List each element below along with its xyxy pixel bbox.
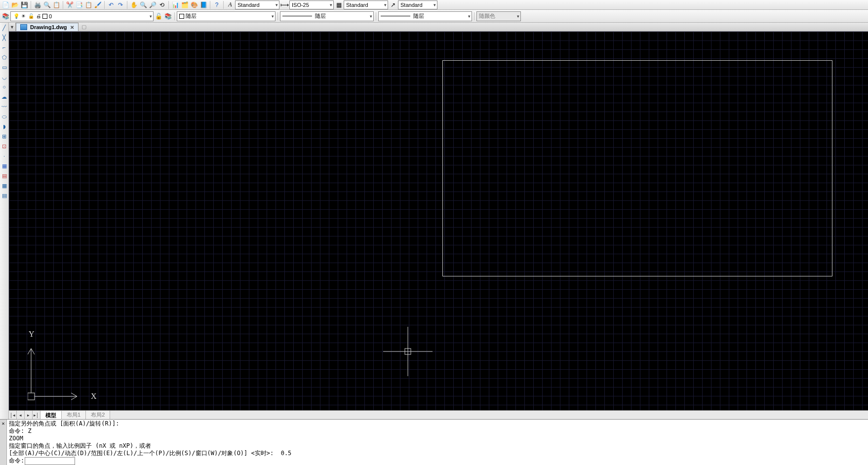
file-tab-active[interactable]: Drawing1.dwg ✕ [16,23,79,31]
tab-list-dropdown[interactable]: ▼ [9,23,16,31]
tablestyle-icon[interactable]: ▦ [334,0,343,9]
file-tab-label: Drawing1.dwg [30,24,67,30]
toolbar-file-row: 📄 📂 💾 🖨️ 🔍 📋 ✂️ 📑 📋 🖌️ ↶ ↷ ✋ 🔍 🔎 ⟲ 📊 🗂️ … [0,0,868,10]
layer-state-icon[interactable]: 📚 [163,12,172,21]
svg-rect-0 [28,393,35,400]
cmd-line-2: 命令: Z [9,427,32,434]
lineweight-value: 随层 [413,12,424,20]
layout-tabbar: │◂ ◂ ▸ ▸│ 模型 布局1 布局2 [9,410,868,419]
mleaderstyle-dropdown[interactable]: Standard [398,0,437,9]
linetype-dropdown[interactable]: 随层 [280,11,374,21]
toolbar-layer-row: 📚 💡 ☀ 🔓 🖨 0 🔓 📚 随层 随层 随层 随颜色 [0,10,868,23]
zoom-prev-icon[interactable]: ⟲ [158,0,166,9]
dimstyle-dropdown[interactable]: ISO-25 [289,0,334,9]
ucs-x-label: X [91,392,97,400]
mleaderstyle-icon[interactable]: ↗ [389,0,397,9]
document-tabbar: ▼ Drawing1.dwg ✕ ▢ [9,23,868,32]
sheetset-icon[interactable]: 📘 [199,0,208,9]
command-close-icon[interactable]: ✕ [0,420,7,465]
mleaderstyle-value: Standard [400,2,423,8]
polyline-tool-icon[interactable]: ⌐ [0,43,8,51]
lightbulb-icon: 💡 [13,13,19,19]
insert-tool-icon[interactable]: ⊞ [0,132,8,140]
zoom-realtime-icon[interactable]: 🔍 [139,0,148,9]
ellipsearc-tool-icon[interactable]: ◗ [0,122,8,130]
textstyle-value: Standard [237,2,260,8]
color-dropdown[interactable]: 随层 [177,11,276,21]
new-file-icon[interactable]: 📄 [1,0,10,9]
tab-layout2[interactable]: 布局2 [86,411,110,419]
print-preview-icon[interactable]: 🔍 [42,0,51,9]
layer-prev-icon[interactable]: 🔓 [154,12,163,21]
tab-layout2-label: 布局2 [91,411,105,419]
properties-icon[interactable]: 📊 [171,0,180,9]
rectangle-tool-icon[interactable]: ▭ [0,63,8,71]
hatch-tool-icon[interactable]: ▦ [0,162,8,170]
linetype-value: 随层 [315,12,326,20]
copy-icon[interactable]: 📑 [75,0,83,9]
region-tool-icon[interactable]: ▦ [0,182,8,190]
paste-icon[interactable]: 📋 [84,0,93,9]
dimstyle-icon[interactable]: ⟼ [280,0,289,9]
linetype-sample [282,16,312,16]
dimstyle-value: ISO-25 [292,2,309,8]
save-icon[interactable]: 💾 [20,0,29,9]
main-area: ╱ ╳ ⌐ ⬠ ▭ ◡ ○ ☁ 〰 ⬭ ◗ ⊞ ⊡ · ▦ ▤ ▦ ▤ ▼ Dr… [0,23,868,419]
undo-icon[interactable]: ↶ [107,0,116,9]
print-icon[interactable]: 🖨️ [33,0,42,9]
layerprops-icon[interactable]: 📚 [1,12,10,21]
tab-close-icon[interactable]: ✕ [70,25,74,30]
drawing-canvas[interactable]: X Y [9,32,868,410]
nav-prev-icon[interactable]: ◂ [17,411,25,419]
drawing-zone: ▼ Drawing1.dwg ✕ ▢ X Y [9,23,868,419]
tablestyle-dropdown[interactable]: Standard [344,0,388,9]
plotstyle-value: 随颜色 [479,12,495,20]
nav-first-icon[interactable]: │◂ [9,411,17,419]
command-input[interactable] [25,458,75,465]
lineweight-sample [381,16,410,16]
nav-last-icon[interactable]: ▸│ [33,411,40,419]
match-props-icon[interactable]: 🖌️ [93,0,102,9]
layer-dropdown[interactable]: 💡 ☀ 🔓 🖨 0 [10,11,154,21]
cmd-line-5: [全部(A)/中心(C)/动态(D)/范围(E)/左(L)/上一个(P)/比例(… [9,450,291,457]
tab-layout1[interactable]: 布局1 [62,411,86,419]
xline-tool-icon[interactable]: ╳ [0,34,8,41]
line-tool-icon[interactable]: ╱ [0,24,8,32]
block-tool-icon[interactable]: ⊡ [0,142,8,150]
table-tool-icon[interactable]: ▤ [0,192,8,199]
cmd-line-1: 指定另外的角点或 [面积(A)/旋转(R)]: [9,420,119,427]
revcloud-tool-icon[interactable]: ☁ [0,93,8,101]
plot-icon[interactable]: 📋 [52,0,61,9]
plotstyle-dropdown[interactable]: 随颜色 [476,11,521,21]
circle-tool-icon[interactable]: ○ [0,83,8,91]
layer-color-swatch [42,14,47,19]
zoom-window-icon[interactable]: 🔎 [148,0,157,9]
cmd-prompt: 命令: [9,457,24,465]
spline-tool-icon[interactable]: 〰 [0,103,8,111]
open-file-icon[interactable]: 📂 [10,0,19,9]
polygon-tool-icon[interactable]: ⬠ [0,53,8,61]
designcenter-icon[interactable]: 🗂️ [180,0,189,9]
tab-model[interactable]: 模型 [40,411,62,419]
textstyle-icon[interactable]: A [226,0,235,9]
ellipse-tool-icon[interactable]: ⬭ [0,113,8,120]
arc-tool-icon[interactable]: ◡ [0,73,8,81]
command-history: 指定另外的角点或 [面积(A)/旋转(R)]: 命令: Z ZOOM 指定窗口的… [7,420,868,465]
toolpalette-icon[interactable]: 🎨 [190,0,198,9]
point-tool-icon[interactable]: · [0,152,8,160]
draw-toolbox: ╱ ╳ ⌐ ⬠ ▭ ◡ ○ ☁ 〰 ⬭ ◗ ⊞ ⊡ · ▦ ▤ ▦ ▤ [0,23,9,419]
gradient-tool-icon[interactable]: ▤ [0,172,8,180]
ucs-icon: X Y [28,319,107,403]
tab-model-label: 模型 [45,412,56,419]
textstyle-dropdown[interactable]: Standard [235,0,279,9]
pan-icon[interactable]: ✋ [129,0,138,9]
redo-icon[interactable]: ↷ [116,0,125,9]
lineweight-dropdown[interactable]: 随层 [378,11,472,21]
selection-rectangle [442,60,832,276]
cut-icon[interactable]: ✂️ [65,0,74,9]
cmd-line-4: 指定窗口的角点，输入比例因子 (nX 或 nXP)，或者 [9,442,151,449]
nav-next-icon[interactable]: ▸ [25,411,33,419]
ucs-y-label: Y [29,330,35,338]
help-icon[interactable]: ? [212,0,221,9]
tab-add-icon[interactable]: ▢ [79,23,89,31]
